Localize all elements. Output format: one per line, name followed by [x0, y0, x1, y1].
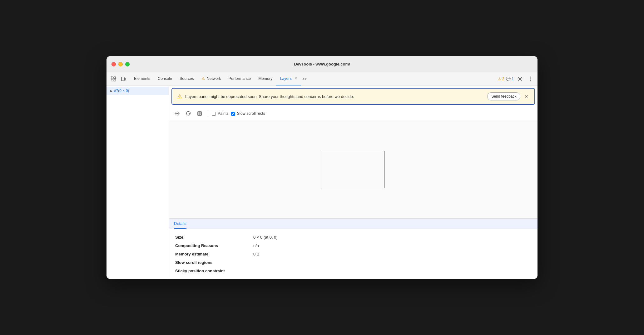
svg-rect-1	[114, 77, 116, 79]
tab-bar-icons	[109, 75, 128, 83]
size-value: 0 × 0 (at 0, 0)	[253, 235, 278, 240]
close-button[interactable]	[111, 62, 116, 66]
details-tab-bar: Details	[169, 219, 537, 229]
tab-performance[interactable]: Performance	[225, 72, 255, 85]
table-row: Sticky position constraint	[175, 267, 531, 275]
maximize-button[interactable]	[125, 62, 130, 66]
main-content: ▶ #7(0 × 0) ⚠ Layers panel might be depr…	[107, 85, 537, 279]
reset-zoom-button[interactable]	[195, 109, 204, 118]
rotate-tool-button[interactable]	[184, 109, 193, 118]
warning-triangle-icon: ⚠	[177, 93, 182, 100]
sidebar-item-layer[interactable]: ▶ #7(0 × 0)	[107, 87, 169, 95]
tab-sources[interactable]: Sources	[176, 72, 198, 85]
inspect-element-icon[interactable]	[109, 75, 118, 83]
layer-toolbar: Paints Slow scroll rects	[169, 107, 537, 120]
tab-layers[interactable]: Layers ✕	[276, 72, 301, 85]
slow-scroll-checkbox[interactable]	[231, 112, 235, 116]
send-feedback-button[interactable]: Send feedback	[487, 92, 520, 100]
table-row: Slow scroll regions	[175, 258, 531, 267]
settings-button[interactable]	[516, 75, 524, 83]
details-table: Size 0 × 0 (at 0, 0) Compositing Reasons…	[169, 229, 537, 279]
memory-label: Memory estimate	[175, 252, 253, 256]
compositing-label: Compositing Reasons	[175, 243, 253, 248]
warning-triangle-icon: ⚠	[498, 77, 501, 81]
info-icon: 💬	[506, 77, 511, 81]
toolbar-separator	[208, 110, 208, 117]
layer-view	[169, 120, 537, 219]
paints-checkbox[interactable]	[212, 112, 216, 116]
compositing-value: n/a	[253, 243, 259, 248]
tab-bar-right: ⚠ 2 💬 1	[498, 75, 535, 83]
svg-point-6	[519, 78, 521, 80]
panel-area: ⚠ Layers panel might be deprecated soon.…	[169, 85, 537, 279]
tab-elements[interactable]: Elements	[130, 72, 154, 85]
memory-value: 0 B	[253, 252, 260, 256]
warning-banner: ⚠ Layers panel might be deprecated soon.…	[171, 88, 535, 105]
arrow-icon: ▶	[110, 89, 113, 93]
tab-console[interactable]: Console	[154, 72, 176, 85]
svg-rect-2	[111, 79, 113, 81]
info-badge[interactable]: 💬 1	[506, 77, 514, 81]
device-toolbar-icon[interactable]	[119, 75, 128, 83]
tab-details[interactable]: Details	[174, 219, 186, 229]
minimize-button[interactable]	[118, 62, 123, 66]
slow-scroll-checkbox-label[interactable]: Slow scroll rects	[231, 111, 265, 116]
close-banner-button[interactable]: ×	[523, 94, 529, 99]
svg-point-7	[530, 76, 531, 77]
devtools-window: DevTools - www.google.com/ Elements	[107, 56, 537, 279]
svg-point-8	[530, 78, 531, 79]
sticky-label: Sticky position constraint	[175, 269, 253, 273]
layer-rectangle	[322, 151, 384, 188]
svg-rect-5	[125, 78, 126, 80]
table-row: Memory estimate 0 B	[175, 250, 531, 258]
details-section: Details Size 0 × 0 (at 0, 0) Compositing…	[169, 219, 537, 279]
slow-scroll-label: Slow scroll regions	[175, 260, 253, 265]
more-tabs-button[interactable]: >>	[301, 75, 308, 83]
tab-bar: Elements Console Sources ⚠ Network Perfo…	[107, 72, 537, 85]
tab-memory[interactable]: Memory	[255, 72, 276, 85]
svg-rect-4	[121, 77, 124, 81]
network-warning-icon: ⚠	[201, 76, 205, 81]
svg-point-9	[530, 80, 531, 81]
title-bar: DevTools - www.google.com/	[107, 56, 537, 72]
traffic-lights	[111, 62, 130, 66]
warning-message: Layers panel might be deprecated soon. S…	[185, 94, 484, 99]
more-options-button[interactable]	[526, 75, 535, 83]
window-title: DevTools - www.google.com/	[294, 62, 350, 66]
tab-network[interactable]: ⚠ Network	[198, 72, 225, 85]
table-row: Size 0 × 0 (at 0, 0)	[175, 233, 531, 241]
size-label: Size	[175, 235, 253, 240]
pan-tool-button[interactable]	[173, 109, 181, 118]
sidebar: ▶ #7(0 × 0)	[107, 85, 169, 279]
table-row: Compositing Reasons n/a	[175, 241, 531, 250]
sidebar-item-label: #7(0 × 0)	[114, 89, 129, 93]
layers-tab-close[interactable]: ✕	[295, 76, 297, 80]
warning-badge[interactable]: ⚠ 2	[498, 77, 504, 81]
paints-checkbox-label[interactable]: Paints	[212, 111, 229, 116]
svg-rect-0	[111, 77, 113, 79]
svg-rect-3	[114, 79, 116, 81]
